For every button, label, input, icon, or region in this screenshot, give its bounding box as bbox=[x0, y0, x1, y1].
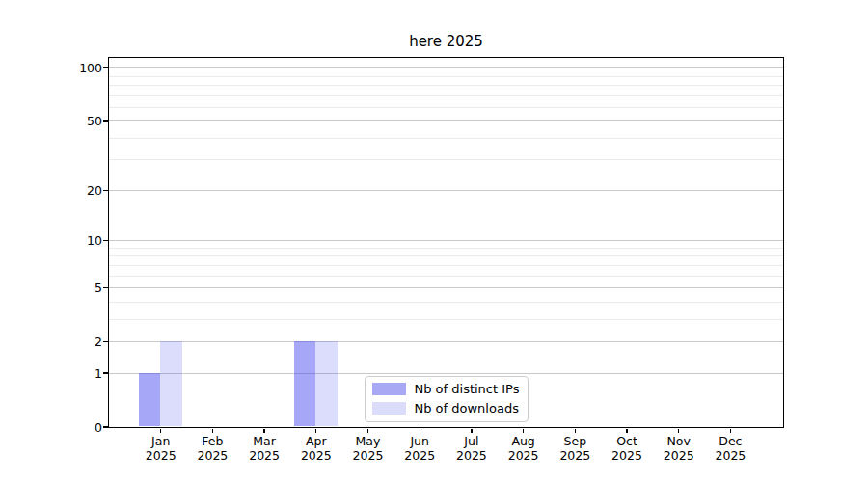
gridline-major bbox=[109, 341, 783, 342]
x-tick-mark bbox=[315, 429, 316, 434]
legend: Nb of distinct IPsNb of downloads bbox=[365, 376, 529, 422]
legend-entry: Nb of downloads bbox=[372, 401, 520, 415]
gridline-minor bbox=[109, 248, 783, 249]
gridline-minor bbox=[109, 255, 783, 256]
gridline-minor bbox=[109, 138, 783, 139]
y-tick-mark bbox=[103, 372, 108, 373]
x-tick-mark bbox=[471, 429, 472, 434]
x-tick-mark bbox=[367, 429, 368, 434]
gridline-major bbox=[109, 190, 783, 191]
gridline-minor bbox=[109, 159, 783, 160]
y-tick-label: 20 bbox=[37, 183, 102, 198]
y-tick-label: 10 bbox=[37, 233, 102, 248]
gridline-minor bbox=[109, 85, 783, 86]
chart-title: here 2025 bbox=[109, 33, 783, 50]
y-tick-label: 0 bbox=[37, 420, 102, 435]
x-tick-mark bbox=[678, 429, 679, 434]
gridline-major bbox=[109, 287, 783, 288]
x-tick-label: Dec2025 bbox=[692, 434, 769, 463]
y-tick-mark bbox=[103, 67, 108, 68]
y-tick-mark bbox=[103, 341, 108, 342]
x-tick-mark bbox=[730, 429, 731, 434]
legend-label: Nb of distinct IPs bbox=[415, 382, 520, 396]
y-tick-mark bbox=[103, 426, 108, 427]
gridline-major bbox=[109, 120, 783, 121]
gridline-minor bbox=[109, 319, 783, 320]
x-tick-mark bbox=[626, 429, 627, 434]
gridline-minor bbox=[109, 302, 783, 303]
gridline-major bbox=[109, 67, 783, 68]
figure: here 2025 Nb of distinct IPsNb of downlo… bbox=[0, 0, 868, 482]
bar-nb-of-downloads-jan bbox=[160, 341, 182, 427]
bar-nb-of-distinct-ips-apr bbox=[294, 341, 316, 427]
x-tick-mark bbox=[263, 429, 264, 434]
y-tick-label: 2 bbox=[37, 335, 102, 349]
y-tick-label: 5 bbox=[37, 281, 102, 295]
bar-nb-of-downloads-apr bbox=[315, 341, 338, 427]
gridline-minor bbox=[109, 265, 783, 266]
y-tick-mark bbox=[103, 287, 108, 288]
y-tick-label: 50 bbox=[37, 114, 102, 128]
gridline-minor bbox=[109, 76, 783, 77]
x-tick-mark bbox=[212, 429, 213, 434]
y-tick-label: 100 bbox=[37, 61, 102, 75]
gridline-major bbox=[109, 240, 783, 241]
y-tick-mark bbox=[103, 190, 108, 191]
x-tick-month: Dec bbox=[692, 434, 769, 448]
bar-nb-of-distinct-ips-jan bbox=[139, 373, 161, 427]
gridline-minor bbox=[109, 95, 783, 96]
y-tick-mark bbox=[103, 240, 108, 241]
legend-swatch bbox=[372, 383, 406, 395]
legend-label: Nb of downloads bbox=[415, 401, 519, 415]
legend-swatch bbox=[372, 402, 406, 415]
legend-entry: Nb of distinct IPs bbox=[372, 382, 520, 396]
gridline-minor bbox=[109, 276, 783, 277]
x-tick-mark bbox=[160, 429, 161, 434]
gridline-minor bbox=[109, 107, 783, 108]
y-tick-mark bbox=[103, 120, 108, 121]
gridline-major bbox=[109, 373, 783, 374]
x-tick-year: 2025 bbox=[692, 448, 769, 463]
x-tick-mark bbox=[575, 429, 576, 434]
plot-area: Nb of distinct IPsNb of downloads bbox=[108, 57, 784, 428]
x-tick-mark bbox=[523, 429, 524, 434]
y-tick-label: 1 bbox=[37, 366, 102, 381]
x-tick-mark bbox=[420, 429, 420, 434]
